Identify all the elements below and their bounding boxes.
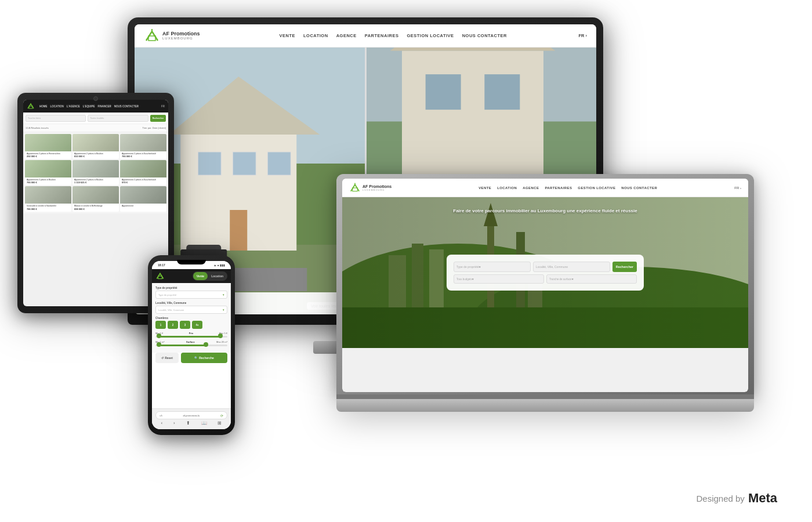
phone-outer: 18:17 ▲ ● ▮▮▮ Vente Location — [148, 255, 235, 435]
laptop-budget-input[interactable]: Tous budgets ▾ — [454, 274, 544, 284]
phone-search-button[interactable]: 🔍Recherche — [181, 353, 227, 363]
monitor-nav-links: VENTE LOCATION AGENCE PARTENAIRES GESTIO… — [219, 33, 567, 38]
phone-status-icons: ▲ ● ▮▮▮ — [213, 263, 225, 267]
phone-time: 18:17 — [158, 263, 165, 267]
phone-location-input[interactable]: Localité, Ville, Commune ▾ — [155, 306, 227, 314]
laptop-logo: AF Promotions LUXEMBOURG — [349, 182, 401, 194]
tablet-card-8[interactable]: Appartement — [120, 186, 166, 211]
tablet-card-info-2: Appartement 2 pièces à Euschenbach 766 0… — [120, 151, 166, 159]
tablet-card-1[interactable]: Appartement 2 pièces à Boulton 810 000 € — [72, 134, 119, 159]
phone-ch-1[interactable]: 1 — [155, 321, 166, 329]
phone-vente-toggle[interactable]: Vente — [193, 272, 208, 280]
phone-back-button[interactable]: ‹ — [161, 420, 162, 426]
laptop-screen-inner: AF Promotions LUXEMBOURG VENTE LOCATION … — [342, 179, 748, 392]
phone-forward-button[interactable]: › — [173, 420, 175, 426]
tablet-filter-bar: Tous les biens Toutes localités Recherch… — [23, 113, 168, 124]
laptop-nav-gestion[interactable]: GESTION LOCATIVE — [578, 186, 615, 190]
tablet-card-5[interactable]: Appartement 2 pièces à Euschenbach 970 € — [120, 160, 166, 185]
phone-tabs-button[interactable]: ⊞ — [217, 420, 222, 426]
tablet-results-count: 11 A Résultats trouvés — [26, 126, 49, 129]
phone-browser-bar: aA af-promotions.lu ⟳ ‹ › ⬆ 📖 ⊞ — [152, 408, 231, 429]
laptop-search-button[interactable]: Rechercher — [612, 262, 637, 272]
phone-surface-thumb-left[interactable] — [157, 342, 161, 347]
tablet-card-6[interactable]: Immeuble à vendre à Sandweiler 786 000 € — [25, 186, 71, 211]
phone-bookmarks-button[interactable]: 📖 — [201, 420, 207, 426]
laptop-nav-contact[interactable]: NOUS CONTACTER — [621, 186, 657, 190]
tablet-card-img-8 — [120, 186, 166, 204]
phone-surface-thumb-right[interactable] — [204, 342, 208, 347]
laptop-base — [336, 399, 754, 412]
tablet-card-img-0 — [25, 134, 71, 151]
monitor-nav-vente[interactable]: VENTE — [280, 33, 296, 38]
tablet-card-2[interactable]: Appartement 2 pièces à Euschenbach 766 0… — [120, 134, 166, 159]
laptop-nav-vente[interactable]: VENTE — [478, 186, 491, 190]
phone-location-toggle[interactable]: Location — [208, 272, 227, 280]
tablet-lang[interactable]: FR — [161, 105, 165, 108]
monitor-nav-location[interactable]: LOCATION — [303, 33, 328, 38]
tablet-nav-contact[interactable]: NOUS CONTACTER — [114, 105, 139, 108]
tablet-nav-equipe[interactable]: L'EQUIPE — [83, 105, 95, 108]
phone-actions: ↺Reset 🔍Recherche — [152, 353, 231, 365]
svg-rect-18 — [425, 74, 461, 110]
phone-ch-4[interactable]: 4+ — [192, 321, 202, 329]
tablet-sort[interactable]: Trier par: Date (récent) — [142, 126, 166, 129]
phone-reset-button[interactable]: ↺Reset — [155, 353, 179, 363]
tablet-filter-input-2[interactable]: Toutes localités — [88, 115, 148, 122]
tablet-nav-financer[interactable]: FINANCER — [98, 105, 111, 108]
tablet-filter-input-1[interactable]: Tous les biens — [26, 115, 86, 122]
laptop-hinge — [336, 394, 754, 399]
tablet-card-4[interactable]: Appartement 2 pièces à Boulton 1 110 625… — [72, 160, 119, 185]
monitor-nav: AF Promotions LUXEMBOURG VENTE LOCATION … — [135, 24, 596, 48]
phone-price-fill — [159, 336, 220, 338]
laptop: AF Promotions LUXEMBOURG VENTE LOCATION … — [336, 174, 754, 418]
phone-url-text: af-promotions.lu — [164, 414, 219, 417]
monitor-logo-text: AF Promotions LUXEMBOURG — [162, 31, 200, 41]
laptop-lang[interactable]: FR › — [734, 186, 741, 190]
phone-share-button[interactable]: ⬆ — [186, 420, 190, 426]
svg-rect-26 — [353, 188, 358, 191]
phone-type-input[interactable]: Type de propriété ▾ — [155, 291, 227, 299]
tablet-card-img-6 — [25, 186, 71, 204]
monitor-nav-contact[interactable]: NOUS CONTACTER — [462, 33, 507, 38]
tablet-card-7[interactable]: Maison à vendre à Bofferdange 698 000 € — [72, 186, 119, 211]
tablet-card-info-8: Appartement — [120, 204, 166, 208]
tablet-nav-location[interactable]: LOCATION — [50, 105, 64, 108]
monitor-nav-partenaires[interactable]: PARTENAIRES — [365, 33, 399, 38]
tablet-card-3[interactable]: Appartement 2 pièces à Boulton 766 000 € — [25, 160, 71, 185]
phone-price-labels: Min 5 € Prix Max 5 € — [155, 332, 227, 335]
tablet-card-0[interactable]: Appartement 2 pièces à Remerschen 292 00… — [25, 134, 71, 159]
monitor-logo-icon — [144, 28, 160, 44]
monitor-nav-agence[interactable]: AGENCE — [336, 33, 357, 38]
monitor-hero-top-right — [367, 48, 597, 180]
phone-surface-track — [155, 345, 227, 346]
phone-url-bar[interactable]: aA af-promotions.lu ⟳ — [155, 411, 227, 419]
phone-surface-max: Max 20 m² — [216, 340, 227, 343]
tablet-card-info-1: Appartement 2 pièces à Boulton 810 000 € — [72, 151, 119, 159]
tablet-card-info-3: Appartement 2 pièces à Boulton 766 000 € — [25, 177, 71, 185]
phone-price-thumb-right[interactable] — [218, 334, 223, 338]
phone-price-thumb-left[interactable] — [157, 334, 161, 338]
laptop-nav-links: VENTE LOCATION AGENCE PARTENAIRES GESTIO… — [411, 186, 725, 190]
monitor-lang[interactable]: FR › — [578, 33, 587, 38]
tablet-camera — [93, 96, 98, 101]
laptop-logo-text: AF Promotions LUXEMBOURG — [362, 184, 392, 191]
laptop-type-input[interactable]: Type de propriété ▾ — [454, 262, 531, 272]
tablet-nav-home[interactable]: HOME — [39, 105, 48, 108]
tablet-nav-agence[interactable]: L'AGENCE — [67, 105, 80, 108]
phone-ch-3[interactable]: 3 — [180, 321, 190, 329]
phone-ch-2[interactable]: 2 — [168, 321, 178, 329]
laptop-nav-location[interactable]: LOCATION — [497, 186, 517, 190]
laptop-nav-partenaires[interactable]: PARTENAIRES — [545, 186, 572, 190]
laptop-nav-agence[interactable]: AGENCE — [523, 186, 539, 190]
tablet-filter-button[interactable]: Rechercher — [150, 115, 166, 122]
laptop-hero-text: Faire de votre parcours immobilier au Lu… — [429, 208, 661, 214]
svg-rect-8 — [198, 152, 221, 175]
tablet-nav-links: HOME LOCATION L'AGENCE L'EQUIPE FINANCER… — [39, 105, 157, 108]
phone-surface-fill — [159, 345, 206, 346]
laptop-location-input[interactable]: Localité, Ville, Commune — [533, 262, 610, 272]
monitor-nav-gestion[interactable]: GESTION LOCATIVE — [407, 33, 454, 38]
laptop-surface-input[interactable]: Tranche de surface ▾ — [546, 274, 637, 284]
tablet-card-img-1 — [72, 134, 119, 151]
phone-chambres-buttons: 1 2 3 4+ — [155, 321, 227, 329]
monitor-logo: AF Promotions LUXEMBOURG — [144, 28, 208, 44]
